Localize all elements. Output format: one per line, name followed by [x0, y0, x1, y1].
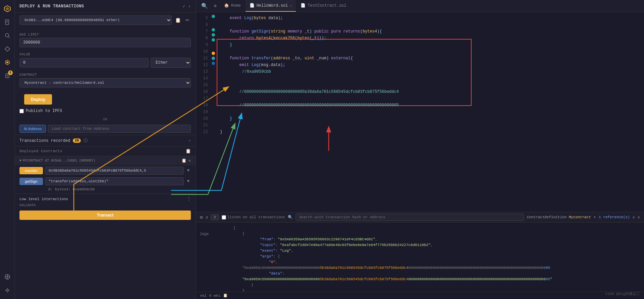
line-num-19: 19 [196, 109, 208, 115]
code-line-7: function getSign(string memory _t) publi… [220, 28, 640, 35]
logs-area: logs [ { "from": "0x5A86358aA3b595FD6663… [196, 223, 644, 292]
transfer-dropdown-icon[interactable]: ▼ [186, 167, 191, 174]
val-value: 0 wei [209, 294, 220, 298]
code-content[interactable]: event Log(bytes data); function getSign(… [216, 12, 644, 212]
line-num-8: 8 [196, 35, 208, 42]
low-level-header: Low level interactions ⋮ [19, 196, 191, 201]
line-num-20: 20 [196, 115, 208, 122]
search-icon[interactable] [1, 29, 13, 42]
transfer-input[interactable] [45, 167, 184, 175]
info-icon[interactable]: ⓘ [84, 138, 88, 143]
listen-checkbox[interactable] [222, 215, 226, 220]
unit-select[interactable]: WeiGweiFinneyEther [151, 58, 191, 68]
getsign-button[interactable]: getSign [19, 178, 43, 185]
line-num-6: 6 [196, 21, 208, 28]
log-bracket-open: [ [233, 225, 640, 231]
line-numbers: 5 6 7 8 9 10 11 12 13 14 15 16 17 18 19 … [196, 12, 211, 212]
header-icons: ✓ › [182, 3, 191, 9]
testcontract-file-icon: 📄 [301, 3, 306, 8]
contract-instance-name: ▼ MYCONTRACT AT 0X5A8...C4D01 (MEMORY) [19, 159, 95, 163]
copy-val-icon[interactable]: 📋 [223, 293, 228, 298]
gutter-dot-12 [212, 57, 215, 60]
deploy-button[interactable]: Deploy [24, 94, 52, 105]
transfer-function-row: transfer ▼ [15, 165, 196, 176]
expand-ref-icon[interactable]: ∧ [633, 215, 635, 220]
at-address-button[interactable]: At Address [19, 125, 46, 133]
transactions-expand-icon[interactable]: › [189, 138, 191, 143]
copy-account-button[interactable]: 📋 [174, 16, 182, 24]
deploy-icon[interactable] [1, 56, 13, 68]
sidebar: 3 [0, 0, 15, 299]
transfer-button[interactable]: transfer [19, 167, 43, 174]
copy-instance-icon[interactable]: 📋 [181, 158, 186, 163]
log-event: "event": "Log", [233, 248, 640, 254]
plugin-icon[interactable] [1, 271, 13, 283]
refresh-icon[interactable]: ↺ [205, 215, 208, 220]
contract-def-label: ContractDefinition Mycontract [527, 215, 591, 219]
references-link[interactable]: 1 reference(s) [599, 215, 630, 219]
copy-all-icon[interactable]: 📋 [185, 148, 191, 154]
code-line-22: } [220, 129, 640, 135]
log-args-close: } [233, 282, 640, 288]
arrow-icon[interactable]: ➤ [594, 215, 596, 220]
contract-instance: ▼ MYCONTRACT AT 0X5A8...C4D01 (MEMORY) 📋… [15, 156, 196, 193]
transaction-search-input[interactable] [296, 214, 524, 221]
zoom-out-icon[interactable]: 🔍 [199, 3, 211, 9]
contract-select[interactable]: Mycontract - contracts/HelloWord.sol [19, 78, 191, 87]
publish-ipfs-checkbox[interactable] [19, 109, 24, 113]
debug-badge: 3 [8, 70, 13, 75]
gas-limit-label: GAS LIMIT [19, 33, 191, 37]
watermark: CSDN @bug的搬运工 [605, 291, 640, 296]
code-line-17 [220, 95, 640, 102]
line-num-16: 16 [196, 88, 208, 95]
panel-header: DEPLOY & RUN TRANSACTIONS ✓ › [15, 0, 196, 13]
close-instance-icon[interactable]: ✕ [189, 158, 191, 163]
listen-checkbox-row: listen on all transactions [222, 215, 285, 220]
files-icon[interactable] [1, 16, 13, 28]
log-data-key: "data": [233, 271, 640, 277]
gas-limit-input[interactable] [19, 38, 191, 47]
compile-icon[interactable] [1, 43, 13, 55]
logs-label: logs [200, 225, 227, 236]
zoom-in-icon[interactable]: ⊕ [211, 3, 219, 9]
log-topic: "topic": "0xafabcf2dd47e06a477a89e49c03f… [233, 242, 640, 248]
tab-helloword[interactable]: 📄 HelloWord.sol ✕ [246, 0, 296, 12]
getsign-input[interactable] [45, 177, 184, 185]
tab-helloword-close[interactable]: ✕ [290, 4, 292, 8]
code-line-8: return bytes4(keccak256(bytes(_t))); [220, 35, 640, 42]
code-line-6 [220, 21, 640, 28]
contract-section: CONTRACT Mycontract - contracts/HelloWor… [15, 70, 196, 90]
expand-icon[interactable]: › [188, 4, 191, 9]
search-icon-bottom[interactable]: 🔍 [288, 215, 293, 220]
line-num-7: 7 [196, 28, 208, 35]
menu-ref-icon[interactable]: ∨ [638, 215, 640, 220]
line-num-10: 10 [196, 48, 208, 55]
load-address-input[interactable] [48, 125, 191, 133]
debug-icon[interactable]: 3 [1, 70, 13, 82]
low-level-menu-icon[interactable]: ⋮ [187, 196, 191, 201]
edit-account-button[interactable]: ✏ [184, 16, 191, 24]
line-num-11: 11 [196, 55, 208, 62]
getsign-dropdown-icon[interactable]: ▼ [186, 178, 191, 185]
tab-home[interactable]: 🏠 Home [220, 0, 245, 12]
home-icon: 🏠 [224, 3, 229, 8]
check-icon[interactable]: ✓ [182, 3, 185, 9]
account-select[interactable]: 0x5B3...eddC4 (99.999999999995048501 eth… [19, 15, 172, 25]
contract-label: CONTRACT [19, 73, 191, 77]
value-input[interactable] [19, 58, 149, 67]
collapse-bottom-icon[interactable]: ⊞ [200, 215, 203, 220]
account-section: 0x5B3...eddC4 (99.999999999995048501 eth… [15, 13, 196, 30]
settings-icon[interactable] [1, 284, 13, 296]
bottom-panel: ⊞ ↺ 0 listen on all transactions 🔍 Contr… [196, 212, 644, 299]
tab-testcontract[interactable]: 📄 TestContract.sol [297, 0, 350, 12]
log-args-0: "0", [233, 259, 640, 265]
collapse-icon[interactable]: ▼ [19, 159, 21, 163]
transactions-count-badge: 26 [73, 138, 81, 143]
getsign-function-row: getSign ▼ [15, 176, 196, 187]
transact-button[interactable]: Transact [19, 211, 191, 220]
line-num-21: 21 [196, 122, 208, 129]
logo-icon[interactable] [1, 3, 13, 15]
value-label: VALUE [19, 53, 191, 56]
gutter-dot-5 [212, 15, 215, 18]
right-panel: 🔍 ⊕ 🏠 Home 📄 HelloWord.sol ✕ 📄 TestContr… [196, 0, 644, 299]
